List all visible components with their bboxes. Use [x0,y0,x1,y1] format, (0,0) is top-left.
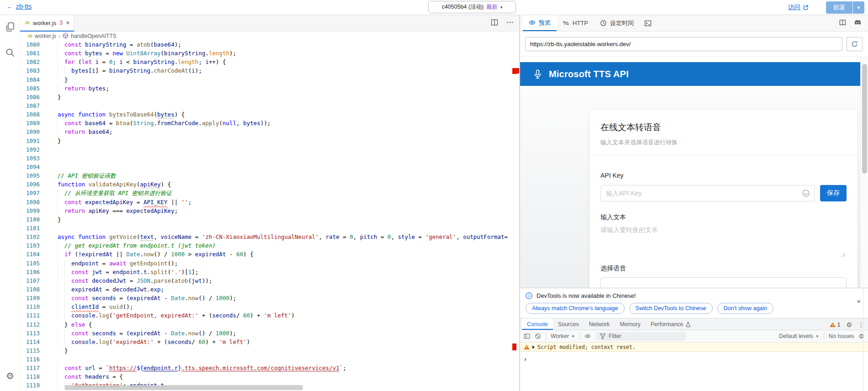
resize-grip-icon[interactable] [841,251,846,255]
code-line[interactable]: 1083 bytes[i] = binaryString.charCodeAt(… [20,66,519,75]
code-line[interactable]: 1107 const decodedJwt = JSON.parse(atob(… [20,276,519,285]
devtools-settings-icon[interactable]: ⚙ [846,321,852,328]
microphone-icon [532,69,543,79]
project-name-link[interactable]: zb-tts [16,3,32,10]
console-warning-row[interactable]: Script modified; context reset. [520,343,868,352]
breadcrumb[interactable]: JS worker.js › handleOpenAITTS [20,32,519,40]
preview-scrollbar-thumb[interactable] [862,64,867,174]
back-to-project-link[interactable]: ← zb-tts [6,3,32,10]
tab-http[interactable]: HTTP [557,15,594,31]
discord-icon[interactable] [854,19,862,28]
visit-link[interactable]: 访问 [788,3,809,11]
context-selector[interactable]: Worker ▼ [551,333,575,339]
docs-icon[interactable] [839,19,847,28]
issues-counter[interactable]: No Issues [829,333,854,339]
code-line[interactable]: 1080 const binaryString = atob(base64); [20,40,519,49]
deploy-dropdown-arrow[interactable]: ▼ [852,1,864,14]
devtools-tab-performance[interactable]: Performance [646,318,696,330]
files-icon[interactable] [5,21,16,32]
code-line[interactable]: 1118 const headers = { [20,372,519,381]
console-sidebar-icon[interactable] [524,333,530,339]
close-icon[interactable]: × [857,297,861,305]
tab-schedule[interactable]: 设定时间 [594,15,640,31]
code-line[interactable]: 1086} [20,93,519,101]
code-line[interactable]: 1114 console.log('expiredAt:' + (seconds… [20,338,519,346]
warnings-badge[interactable]: 1 [830,322,841,328]
code-line[interactable]: 1105 endpoint = await getEndpoint(); [20,259,519,268]
save-button[interactable]: 保存 [820,185,847,201]
code-line[interactable]: 1116 [20,355,519,364]
code-line[interactable]: 1088async function bytesToBase64(bytes) … [20,110,519,119]
close-tab-icon[interactable]: × [66,19,69,26]
show-password-icon[interactable] [802,189,810,197]
code-line[interactable]: 1100} [20,215,519,224]
console-filter-input[interactable]: Filter [595,332,687,341]
refresh-button[interactable] [847,37,863,51]
gear-icon[interactable]: ⚙ [5,370,16,381]
expand-arrow-icon[interactable] [532,345,535,349]
code-line[interactable]: 1097 // 从环境变量获取 API 密钥并进行验证 [20,189,519,197]
line-number: 1086 [20,93,40,101]
voice-select[interactable] [600,277,847,288]
banner-button[interactable]: Always match Chrome's language [526,303,625,314]
code-line[interactable]: 1085 return bytes; [20,84,519,93]
search-icon[interactable] [5,47,16,58]
banner-button[interactable]: Don't show again [717,303,774,314]
code-line[interactable]: 1089 const base64 = btoa(String.fromChar… [20,119,519,127]
code-line[interactable]: 1087 [20,101,519,110]
console-prompt-chevron[interactable]: › [524,356,868,362]
code-line[interactable]: 1093 [20,154,519,163]
breadcrumb-file[interactable]: worker.js [35,33,56,39]
tab-preview[interactable]: 预览 [523,15,557,31]
live-expression-eye-icon[interactable] [584,333,591,339]
code-line[interactable]: 1082 for (let i = 0; i < binaryString.le… [20,58,519,66]
code-line[interactable]: 1112 } else { [20,320,519,329]
code-line[interactable]: 1091} [20,137,519,145]
terminal-icon[interactable] [640,15,656,31]
devtools-tab-bar: ConsoleSourcesNetworkMemoryPerformance 1… [520,318,868,330]
breadcrumb-symbol[interactable]: handleOpenAITTS [71,33,116,39]
code-line[interactable]: 1113 const seconds = (expiredAt - Date.n… [20,329,519,338]
code-line[interactable]: 1094 [20,163,519,171]
log-levels-dropdown[interactable]: Default levels ▼ [779,333,819,339]
url-input[interactable] [525,37,842,51]
code-line[interactable]: 1092 [20,145,519,154]
code-line[interactable]: 1095// API 密钥验证函数 [20,171,519,180]
code-line[interactable]: 1117 const url = `https://${endpoint.r}.… [20,364,519,372]
code-line[interactable]: 1106 const jwt = endpoint.t.split('.')[1… [20,268,519,276]
deploy-button[interactable]: 部署 ▼ [826,1,864,14]
code-line[interactable]: 1101 [20,224,519,232]
code-line[interactable]: 1099 return apiKey === expectedApiKey; [20,206,519,215]
devtools-tab-memory[interactable]: Memory [615,318,646,330]
console-settings-icon[interactable]: ⚙ [858,333,864,340]
code-line[interactable]: 1108 expiredAt = decodedJwt.exp; [20,285,519,294]
code-line[interactable]: 1096function validateApiKey(apiKey) { [20,180,519,189]
version-dropdown[interactable]: c40505b4 (活动) 最新 ▾ [428,1,516,13]
code-line[interactable]: 1110 clientId = uuid(); [20,302,519,311]
tts-text-input[interactable] [600,226,847,256]
code-line[interactable]: 1102async function getVoice(text, voiceN… [20,232,519,241]
code-line[interactable]: 1104 if (!expiredAt || Date.now() / 1000… [20,250,519,259]
code-line[interactable]: 1098 const expectedApiKey = API_KEY || '… [20,198,519,206]
code-line[interactable]: 1090 return base64; [20,127,519,136]
code-area[interactable]: 1080 const binaryString = atob(base64);1… [20,40,519,391]
code-line[interactable]: 1081 const bytes = new Uint8Array(binary… [20,49,519,58]
clear-console-icon[interactable] [535,333,541,339]
code-line[interactable]: 1084 } [20,75,519,84]
devtools-tab-sources[interactable]: Sources [553,318,584,330]
preview-scrollbar[interactable] [860,57,868,288]
api-key-input[interactable] [600,185,815,201]
banner-button[interactable]: Switch DevTools to Chinese [629,303,713,314]
code-line[interactable]: 1103 // get expiredAt from endpoint.t (j… [20,241,519,250]
tab-worker-js[interactable]: JS worker.js 3 × [20,15,74,32]
javascript-file-icon: JS [25,21,30,25]
devtools-tab-network[interactable]: Network [584,318,615,330]
deploy-label[interactable]: 部署 [826,1,852,14]
devtools-tab-console[interactable]: Console [522,318,553,330]
code-line[interactable]: 1109 const seconds = (expiredAt - Date.n… [20,294,519,302]
split-editor-icon[interactable] [491,19,498,28]
horizontal-scrollbar[interactable] [65,385,303,390]
code-line[interactable]: 1115 } [20,346,519,355]
code-line[interactable]: 1111 console.log('getEndpoint, expiredAt… [20,311,519,320]
more-actions-icon[interactable] [506,19,514,28]
